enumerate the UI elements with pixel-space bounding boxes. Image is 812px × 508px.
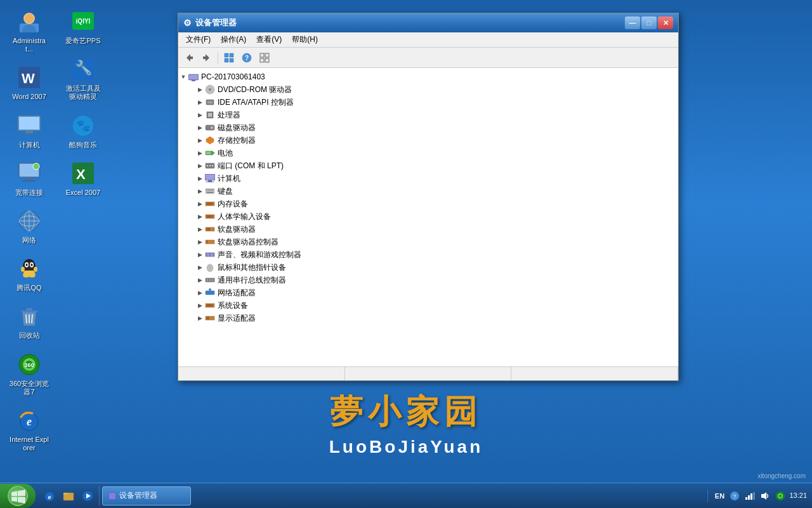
desktop-icon-recycle[interactable]: 回收站	[6, 301, 52, 342]
recycle-icon	[16, 304, 42, 329]
start-button[interactable]	[0, 484, 36, 508]
toolbar-help[interactable]: ?	[239, 50, 255, 66]
minimize-button[interactable]: —	[625, 17, 640, 29]
system-clock[interactable]: 13:21	[789, 491, 807, 500]
tree-item-system[interactable]: ▶ 系统设备	[178, 299, 678, 312]
battery-expand[interactable]: ▶	[196, 149, 204, 157]
tray-help[interactable]: ?	[728, 490, 741, 502]
memory-expand[interactable]: ▶	[196, 200, 204, 208]
desktop-icon-360[interactable]: 360 360安全浏览器7	[6, 349, 52, 399]
tree-item-memory[interactable]: ▶ 内存设备	[178, 197, 678, 210]
maximize-button[interactable]: □	[641, 17, 657, 29]
desktop-icons-container: Administrat... W Word 2007	[6, 6, 108, 489]
usb-expand[interactable]: ▶	[196, 276, 204, 284]
desktop-icon-qq[interactable]: 腾讯QQ	[6, 253, 52, 295]
administrator-icon	[16, 9, 42, 34]
toolbar-back[interactable]	[181, 50, 197, 66]
desktop-icon-kugou[interactable]: 🐾 酷狗音乐	[60, 110, 106, 152]
storage-expand[interactable]: ▶	[196, 137, 204, 144]
mouse-label: 鼠标和其他指针设备	[218, 262, 286, 273]
svg-rect-57	[265, 53, 269, 57]
tree-item-keyboard[interactable]: ▶ 键盘	[178, 185, 678, 197]
processor-expand[interactable]: ▶	[196, 111, 204, 119]
tree-item-dvd[interactable]: ▶ DVD/CD-ROM 驱动器	[178, 83, 678, 96]
floppy-expand[interactable]: ▶	[196, 225, 204, 233]
tree-item-network-adapter[interactable]: ▶ 网络适配器	[178, 286, 678, 299]
display-expand[interactable]: ▶	[196, 314, 204, 322]
desktop-icon-iqiyi[interactable]: iQIYI 爱奇艺PPS	[60, 6, 106, 48]
quick-explorer[interactable]	[60, 487, 77, 505]
network-icon	[16, 208, 42, 234]
toolbar-update[interactable]	[256, 50, 273, 66]
quick-ie[interactable]: e	[41, 487, 58, 505]
desktop-icon-word2007[interactable]: W Word 2007	[6, 62, 52, 104]
window-titlebar[interactable]: ⚙ 设备管理器 — □ ✕	[178, 13, 678, 32]
svg-point-110	[211, 253, 213, 256]
svg-point-109	[207, 253, 209, 256]
tree-item-mouse[interactable]: ▶ 鼠标和其他指针设备	[178, 261, 678, 274]
root-expand[interactable]: ▼	[180, 73, 187, 81]
svg-rect-141	[748, 495, 750, 500]
menu-action[interactable]: 操作(A)	[216, 33, 251, 46]
usb-label: 通用串行总线控制器	[218, 275, 286, 286]
menu-help[interactable]: 帮助(H)	[287, 33, 323, 46]
tree-item-com[interactable]: ▶ 端口 (COM 和 LPT)	[178, 159, 678, 172]
mouse-icon	[205, 262, 215, 272]
desktop-icon-excel[interactable]: X Excel 2007	[60, 158, 106, 199]
dvd-expand[interactable]: ▶	[196, 86, 204, 93]
disk-expand[interactable]: ▶	[196, 124, 204, 131]
tree-item-hid[interactable]: ▶ 人体学输入设备	[178, 210, 678, 223]
ide-expand[interactable]: ▶	[196, 98, 204, 106]
tree-item-floppy-ctrl[interactable]: ▶ 软盘驱动器控制器	[178, 236, 678, 248]
computer-label: 计算机	[19, 141, 40, 149]
tray-ime[interactable]: EN	[713, 490, 726, 502]
tray-network[interactable]	[743, 490, 756, 502]
desktop-icon-computer[interactable]: 计算机	[6, 110, 52, 152]
svg-text:360: 360	[24, 362, 34, 368]
tree-item-processor[interactable]: ▶ 处理器	[178, 109, 678, 121]
tree-item-floppy[interactable]: ▶ 软盘驱动器	[178, 223, 678, 236]
toolbar-show[interactable]	[221, 50, 237, 66]
com-expand[interactable]: ▶	[196, 162, 204, 170]
tree-item-sound[interactable]: ▶ 声音、视频和游戏控制器	[178, 248, 678, 261]
menu-file[interactable]: 文件(F)	[181, 33, 216, 46]
desktop-icon-administrator[interactable]: Administrat...	[6, 6, 52, 56]
desktop-icon-broadband[interactable]: 宽带连接	[6, 158, 52, 199]
mouse-expand[interactable]: ▶	[196, 264, 204, 271]
network-adapter-expand[interactable]: ▶	[196, 289, 204, 297]
menu-view[interactable]: 查看(V)	[251, 33, 287, 46]
administrator-label: Administrat...	[9, 37, 49, 53]
taskbar-items: 设备管理器	[100, 483, 707, 508]
floppy-ctrl-expand[interactable]: ▶	[196, 238, 204, 246]
tree-item-storage[interactable]: ▶ 存储控制器	[178, 134, 678, 147]
computer-expand[interactable]: ▶	[196, 175, 204, 182]
device-tree[interactable]: ▼ PC-201703061403 ▶	[178, 68, 678, 366]
system-expand[interactable]: ▶	[196, 302, 204, 309]
keyboard-expand[interactable]: ▶	[196, 187, 204, 195]
tree-item-usb[interactable]: ▶ 通用串行总线控制器	[178, 274, 678, 286]
desktop-icon-ie[interactable]: e Internet Explorer	[6, 405, 52, 455]
svg-rect-142	[750, 493, 752, 500]
hid-expand[interactable]: ▶	[196, 213, 204, 220]
desktop-icon-tools[interactable]: 🔧 激活工具及驱动精灵	[60, 54, 106, 104]
tray-360[interactable]	[774, 490, 787, 502]
quick-media[interactable]	[79, 487, 96, 505]
tree-item-ide[interactable]: ▶ IDE ATA/ATAPI 控制器	[178, 96, 678, 109]
svg-marker-144	[761, 492, 766, 500]
ie-icon: e	[16, 408, 42, 433]
desktop-icon-network[interactable]: 网络	[6, 206, 52, 247]
taskbar-device-manager[interactable]: 设备管理器	[102, 486, 191, 505]
close-button[interactable]: ✕	[658, 17, 673, 29]
window-menubar: 文件(F) 操作(A) 查看(V) 帮助(H)	[178, 32, 678, 48]
tree-item-battery[interactable]: ▶ 电池	[178, 147, 678, 159]
svg-rect-128	[208, 317, 209, 319]
svg-rect-101	[212, 215, 213, 218]
sound-expand[interactable]: ▶	[196, 251, 204, 258]
tree-item-computer[interactable]: ▶ 计算机	[178, 172, 678, 185]
tree-root[interactable]: ▼ PC-201703061403	[178, 70, 678, 83]
tree-item-display[interactable]: ▶ 显示适配器	[178, 312, 678, 324]
tree-item-disk[interactable]: ▶ 磁盘驱动器	[178, 121, 678, 134]
toolbar-forward[interactable]	[199, 50, 215, 66]
tray-volume[interactable]	[759, 490, 771, 502]
svg-rect-67	[207, 101, 213, 104]
